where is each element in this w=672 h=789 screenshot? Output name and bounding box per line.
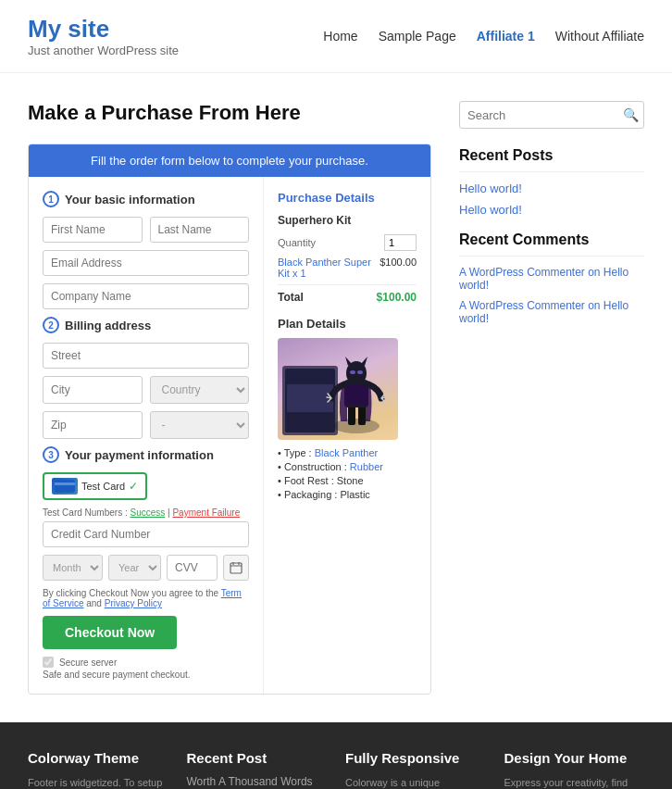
svg-rect-10 <box>348 405 355 425</box>
svg-rect-2 <box>230 563 242 573</box>
svg-point-17 <box>357 370 363 374</box>
construction-label: • Construction : <box>278 461 347 472</box>
quantity-label: Quantity <box>278 237 316 248</box>
country-select[interactable]: Country <box>150 376 250 404</box>
nav-home[interactable]: Home <box>323 29 357 44</box>
secure-checkbox <box>43 657 54 668</box>
email-input[interactable] <box>43 250 249 276</box>
step-3-circle: 3 <box>43 446 59 463</box>
success-link[interactable]: Success <box>130 507 165 518</box>
test-card-numbers-label: Test Card Numbers : <box>43 507 128 518</box>
foot-rest-label: • Foot Rest : <box>278 475 334 486</box>
payment-failure-link[interactable]: Payment Failure <box>172 507 240 518</box>
city-input[interactable] <box>43 376 143 404</box>
svg-point-9 <box>333 419 380 433</box>
page-title: Make a Purchase From Here <box>28 101 431 125</box>
total-amount: $100.00 <box>377 291 417 304</box>
step-2-circle: 2 <box>43 317 59 333</box>
footer-col1-text: Footer is widgetized. To setup the foote… <box>28 775 168 789</box>
terms-prefix: By clicking Checkout Now you agree to th… <box>43 588 218 598</box>
search-box: 🔍 <box>459 101 644 129</box>
secure-server-label: Secure server <box>59 658 117 668</box>
first-name-input[interactable] <box>43 217 143 243</box>
zip-input[interactable] <box>43 411 143 439</box>
svg-rect-8 <box>287 384 333 412</box>
svg-rect-1 <box>55 482 75 485</box>
foot-rest-value: Stone <box>337 475 364 486</box>
calendar-icon <box>223 555 249 581</box>
section1-title: Your basic information <box>65 193 195 207</box>
and-text: and <box>86 598 102 608</box>
footer-post-link-1[interactable]: Worth A Thousand Words <box>187 775 328 788</box>
footer-col3-title: Fully Responsive <box>345 750 486 766</box>
comment-item-1: A WordPress Commenter on Hello world! <box>459 266 644 292</box>
search-icon[interactable]: 🔍 <box>623 107 639 122</box>
footer-col4-title: Design Your Home <box>504 750 645 766</box>
construction-value[interactable]: Rubber <box>350 461 383 472</box>
post-link-2[interactable]: Hello world! <box>459 203 644 217</box>
purchase-details-title: Purchase Details <box>278 191 417 205</box>
product-name: Superhero Kit <box>278 214 417 227</box>
comment-item-2: A WordPress Commenter on Hello world! <box>459 299 644 325</box>
card-label: Test Card <box>81 481 125 492</box>
step-1-circle: 1 <box>43 191 59 207</box>
svg-point-16 <box>350 370 355 374</box>
card-icon <box>52 478 78 495</box>
site-title: My site <box>28 15 179 44</box>
nav-sample-page[interactable]: Sample Page <box>379 29 456 44</box>
product-image <box>278 338 398 440</box>
recent-posts-section: Recent Posts Hello world! Hello world! <box>459 147 644 217</box>
cvv-input[interactable] <box>167 555 218 581</box>
footer-col2-title: Recent Post <box>187 750 328 766</box>
nav-without-affiliate[interactable]: Without Affiliate <box>555 29 644 44</box>
month-select[interactable]: Month <box>43 555 103 581</box>
type-label: • Type : <box>278 447 312 458</box>
plan-details-title: Plan Details <box>278 317 417 331</box>
svg-marker-15 <box>361 357 367 366</box>
footer-col-3: Fully Responsive Colorway is a unique re… <box>345 750 486 789</box>
site-tagline: Just another WordPress site <box>28 44 179 57</box>
post-link-1[interactable]: Hello world! <box>459 182 644 195</box>
svg-rect-0 <box>55 480 75 493</box>
section3-title: Your payment information <box>65 448 214 462</box>
recent-comments-section: Recent Comments A WordPress Commenter on… <box>459 232 644 325</box>
footer-col-2: Recent Post Worth A Thousand Words Categ… <box>187 750 328 789</box>
recent-posts-title: Recent Posts <box>459 147 644 172</box>
packaging-value: Plastic <box>340 489 369 500</box>
last-name-input[interactable] <box>150 217 250 243</box>
packaging-label: • Packaging : <box>278 489 337 500</box>
recent-comments-title: Recent Comments <box>459 232 644 257</box>
footer-col-1: Colorway Theme Footer is widgetized. To … <box>28 750 168 789</box>
order-form-header: Fill the order form below to complete yo… <box>29 144 430 177</box>
region-select[interactable]: - <box>150 411 250 439</box>
footer-col4-text: Express your creativity, find inspiratio… <box>504 775 645 789</box>
svg-marker-14 <box>345 357 352 366</box>
search-input[interactable] <box>467 108 623 122</box>
year-select[interactable]: Year <box>108 555 161 581</box>
total-label: Total <box>278 291 304 304</box>
section2-title: Billing address <box>65 319 151 332</box>
footer-col-4: Design Your Home Express your creativity… <box>504 750 645 789</box>
secure-text: Safe and secure payment checkout. <box>43 670 249 680</box>
company-input[interactable] <box>43 283 249 309</box>
test-card-option[interactable]: Test Card ✓ <box>43 472 147 500</box>
checkout-button[interactable]: Checkout Now <box>43 616 177 649</box>
site-footer: Colorway Theme Footer is widgetized. To … <box>0 722 672 789</box>
footer-col1-title: Colorway Theme <box>28 750 168 766</box>
svg-rect-11 <box>358 405 366 425</box>
order-form-container: Fill the order form below to complete yo… <box>28 144 431 695</box>
product-item-label: Black Panther Super Kit x 1 <box>278 257 380 279</box>
type-value[interactable]: Black Panther <box>315 447 378 458</box>
nav-affiliate-1[interactable]: Affiliate 1 <box>477 29 535 44</box>
cc-number-input[interactable] <box>43 521 249 547</box>
street-input[interactable] <box>43 343 249 369</box>
site-header: My site Just another WordPress site Home… <box>0 0 672 73</box>
check-icon: ✓ <box>129 480 138 493</box>
main-nav: Home Sample Page Affiliate 1 Without Aff… <box>323 29 644 44</box>
privacy-link[interactable]: Privacy Policy <box>105 598 162 608</box>
product-price: $100.00 <box>380 257 417 279</box>
quantity-input[interactable] <box>384 234 417 251</box>
footer-col3-text: Colorway is a unique responsive WordPres… <box>345 775 486 789</box>
